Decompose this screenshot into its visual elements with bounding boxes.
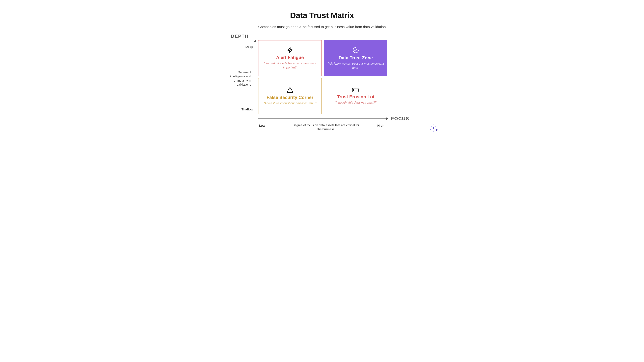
warning-triangle-icon [287, 87, 293, 93]
page-title: Data Trust Matrix [201, 11, 443, 20]
svg-marker-0 [288, 48, 292, 53]
quadrant-quote: "We know we can trust our most important… [327, 62, 384, 70]
y-axis-arrow [255, 40, 255, 115]
quadrant-false-security: False Security Corner "At least we know … [258, 78, 322, 114]
y-axis-tick-shallow: Shallow [241, 108, 253, 111]
battery-low-icon [352, 88, 360, 93]
y-axis-tick-deep: Deep [246, 45, 253, 49]
lightning-icon [287, 47, 293, 53]
matrix-grid: Alert Fatigue "I turned off alerts becau… [258, 40, 388, 114]
x-axis-tick-low: Low [259, 124, 265, 128]
quadrant-data-trust-zone: Data Trust Zone "We know we can trust ou… [324, 40, 388, 76]
x-axis-title: FOCUS [391, 116, 409, 121]
svg-rect-5 [353, 89, 354, 91]
quadrant-quote: "I turned off alerts because so few were… [262, 61, 318, 70]
quadrant-heading: Trust Erosion Lot [337, 94, 374, 100]
y-axis-description: Degree of intelligence and granularity i… [224, 70, 251, 87]
x-axis-arrow [258, 119, 388, 119]
quadrant-quote: "At least we know if our pipelines ran..… [264, 101, 316, 105]
x-axis-tick-high: High [377, 124, 384, 128]
y-axis-title: DEPTH [231, 34, 248, 39]
quadrant-trust-erosion: Trust Erosion Lot "I thought this data w… [324, 78, 388, 114]
quadrant-alert-fatigue: Alert Fatigue "I turned off alerts becau… [258, 40, 322, 76]
check-circle-icon [352, 47, 359, 54]
page-subtitle: Companies must go deep & be focused to g… [201, 25, 443, 29]
brand-logo [429, 124, 439, 133]
quadrant-heading: Data Trust Zone [338, 55, 373, 61]
quadrant-heading: False Security Corner [266, 95, 313, 100]
x-axis-description: Degree of focus on data assets that are … [292, 123, 360, 131]
slide-canvas: Data Trust Matrix Companies must go deep… [201, 0, 443, 136]
quadrant-quote: "I thought this data was okay?!" [335, 101, 377, 105]
quadrant-heading: Alert Fatigue [276, 55, 304, 60]
